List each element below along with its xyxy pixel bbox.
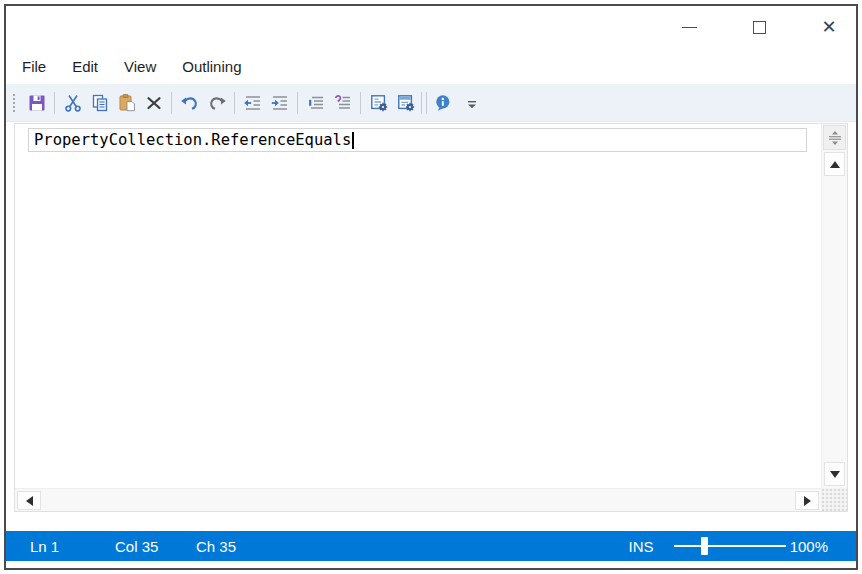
toolbar-separator	[297, 92, 298, 114]
maximize-button[interactable]	[742, 13, 776, 41]
minimize-icon	[682, 27, 697, 28]
scrollbar-corner	[821, 488, 847, 511]
paste-button[interactable]	[113, 89, 140, 117]
close-icon: ✕	[821, 18, 836, 36]
decrease-indent-icon	[243, 93, 263, 113]
menu-edit[interactable]: Edit	[65, 54, 105, 79]
scroll-up-button[interactable]	[824, 152, 845, 176]
scrollbar-splitter-handle[interactable]	[823, 125, 846, 150]
scroll-left-button[interactable]	[17, 491, 41, 510]
arrow-right-icon	[804, 496, 811, 506]
document-options-icon	[369, 93, 389, 113]
status-insert-mode: INS	[629, 538, 654, 555]
toolbar-separator	[171, 92, 172, 114]
minimize-button[interactable]	[672, 13, 706, 41]
decrease-indent-button[interactable]	[239, 89, 266, 117]
document-options-alt-icon	[396, 93, 416, 113]
menu-view[interactable]: View	[117, 54, 163, 79]
statusbar-zoom-group: INS 100%	[629, 536, 828, 556]
zoom-slider-track[interactable]	[674, 545, 786, 547]
undo-icon	[180, 93, 200, 113]
statusbar-position-group: Ln 1 Col 35 Ch 35	[6, 538, 236, 555]
increase-indent-icon	[270, 93, 290, 113]
save-icon	[27, 93, 47, 113]
menubar: File Edit View Outlining	[6, 48, 856, 84]
format-document-button[interactable]	[329, 89, 356, 117]
horizontal-scrollbar[interactable]	[15, 488, 821, 511]
delete-button[interactable]	[140, 89, 167, 117]
screen: ✕ File Edit View Outlining	[0, 0, 862, 574]
info-icon	[433, 93, 453, 113]
save-button[interactable]	[23, 89, 50, 117]
scroll-right-button[interactable]	[795, 491, 819, 510]
app-window: ✕ File Edit View Outlining	[4, 4, 858, 570]
document-options-alt-button[interactable]	[392, 89, 419, 117]
code-editor[interactable]: PropertyCollection.ReferenceEquals	[14, 123, 848, 512]
maximize-icon	[753, 21, 766, 34]
arrow-left-icon	[26, 496, 33, 506]
format-document-icon	[333, 93, 353, 113]
status-char-number: Ch 35	[196, 538, 236, 555]
menu-outlining[interactable]: Outlining	[175, 54, 248, 79]
zoom-slider[interactable]	[674, 536, 786, 556]
status-line-number: Ln 1	[30, 538, 115, 555]
chevron-down-icon	[464, 95, 480, 111]
status-column-number: Col 35	[115, 538, 196, 555]
toolbar-separator	[54, 92, 55, 114]
increase-indent-button[interactable]	[266, 89, 293, 117]
titlebar[interactable]: ✕	[6, 6, 856, 48]
menu-file[interactable]: File	[15, 54, 53, 79]
info-button[interactable]	[429, 89, 456, 117]
vertical-scrollbar[interactable]	[821, 124, 847, 488]
cut-button[interactable]	[59, 89, 86, 117]
format-selection-button[interactable]	[302, 89, 329, 117]
text-caret	[352, 132, 354, 149]
redo-button[interactable]	[203, 89, 230, 117]
format-selection-icon	[306, 93, 326, 113]
toolbar-separator	[360, 92, 361, 114]
copy-icon	[90, 93, 110, 113]
close-button[interactable]: ✕	[812, 13, 846, 41]
toolbar-separator	[234, 92, 235, 114]
toolbar-overflow-button[interactable]	[462, 90, 482, 116]
current-line-highlight[interactable]: PropertyCollection.ReferenceEquals	[28, 128, 807, 152]
toolbar-separator	[426, 92, 427, 114]
document-options-button[interactable]	[365, 89, 392, 117]
delete-icon	[144, 93, 164, 113]
paste-icon	[117, 93, 137, 113]
redo-icon	[207, 93, 227, 113]
statusbar: Ln 1 Col 35 Ch 35 INS 100%	[6, 531, 856, 561]
scroll-down-button[interactable]	[824, 462, 845, 486]
toolbar	[6, 84, 856, 122]
toolbar-separator	[421, 92, 422, 114]
toolbar-grip-icon[interactable]	[11, 91, 21, 115]
splitter-grip-icon	[826, 129, 844, 147]
status-zoom-level: 100%	[790, 538, 828, 555]
undo-button[interactable]	[176, 89, 203, 117]
arrow-up-icon	[830, 161, 840, 168]
zoom-slider-thumb[interactable]	[701, 537, 708, 555]
copy-button[interactable]	[86, 89, 113, 117]
arrow-down-icon	[830, 471, 840, 478]
editor-text: PropertyCollection.ReferenceEquals	[34, 131, 351, 149]
cut-icon	[63, 93, 83, 113]
